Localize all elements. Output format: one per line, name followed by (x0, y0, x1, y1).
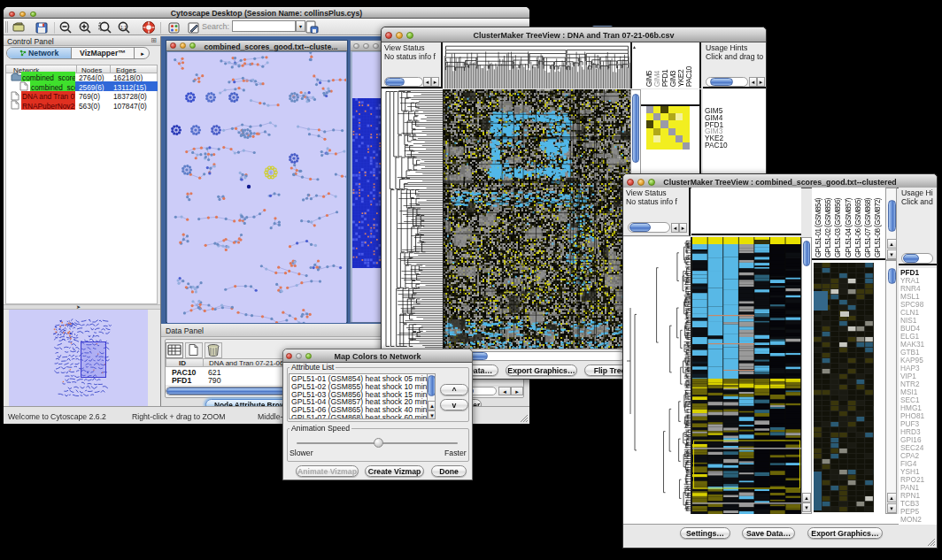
svg-text:1:1: 1:1 (120, 25, 127, 30)
